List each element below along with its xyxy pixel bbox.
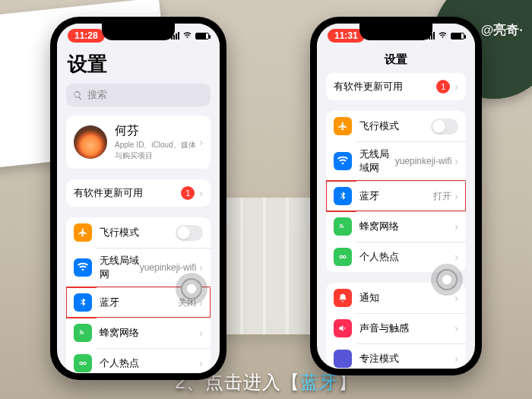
search-input[interactable]: 搜索: [66, 84, 211, 106]
chevron-right-icon: ›: [199, 187, 203, 199]
bluetooth-icon: [74, 293, 92, 312]
update-group: 有软件更新可用 1 ›: [66, 179, 211, 207]
status-icons: [426, 32, 464, 40]
chevron-right-icon: ›: [199, 261, 203, 274]
cellular-icon: [334, 217, 352, 236]
wifi-icon: [74, 258, 92, 277]
bluetooth-row[interactable]: 蓝牙 打开 ›: [326, 181, 466, 211]
chevron-right-icon: ›: [454, 353, 458, 365]
search-icon: [73, 90, 83, 100]
avatar: [74, 125, 107, 159]
chevron-right-icon: ›: [454, 292, 458, 304]
apple-id-row[interactable]: 何芬 Apple ID、iCloud、媒体与购买项目 ›: [66, 116, 211, 169]
battery-icon: [195, 33, 209, 40]
focus-row[interactable]: 专注模式 ›: [326, 344, 466, 369]
battery-icon: [451, 33, 464, 40]
airplane-mode-row[interactable]: 飞行模式: [66, 217, 211, 248]
chevron-right-icon: ›: [454, 155, 458, 167]
phone-right: 11:31 设置 有软件更新可用 1 › 飞行模式: [310, 17, 482, 375]
cellular-icon: [74, 324, 92, 342]
chevron-right-icon: ›: [454, 251, 458, 263]
notch: [102, 24, 175, 40]
profile-sub: Apple ID、iCloud、媒体与购买项目: [115, 140, 199, 161]
bell-icon: [334, 289, 352, 307]
speaker-icon: [334, 319, 352, 337]
status-time-recording[interactable]: 11:28: [68, 29, 105, 43]
airplane-icon: [334, 117, 352, 135]
wifi-icon: [438, 32, 448, 40]
page-title: 设置: [317, 48, 475, 73]
search-placeholder: 搜索: [87, 88, 107, 102]
svg-point-0: [80, 362, 83, 365]
update-badge: 1: [436, 80, 450, 93]
svg-point-2: [340, 255, 343, 258]
notch: [359, 24, 432, 40]
hotspot-icon: [334, 248, 352, 266]
chevron-right-icon: ›: [199, 357, 203, 369]
svg-point-3: [344, 255, 347, 258]
status-icons: [171, 32, 209, 40]
chevron-right-icon: ›: [199, 136, 203, 148]
assistive-touch-button[interactable]: [431, 264, 463, 296]
hotspot-row[interactable]: 个人热点 ›: [66, 348, 211, 373]
chevron-right-icon: ›: [199, 327, 203, 339]
software-update-row[interactable]: 有软件更新可用 1 ›: [66, 179, 211, 207]
chevron-right-icon: ›: [454, 220, 458, 233]
svg-point-1: [84, 362, 87, 365]
assistive-touch-button[interactable]: [176, 273, 207, 305]
airplane-toggle[interactable]: [176, 225, 203, 241]
cellular-row[interactable]: 蜂窝网络 ›: [326, 211, 466, 242]
chevron-right-icon: ›: [454, 322, 458, 334]
wifi-icon: [334, 152, 352, 170]
chevron-right-icon: ›: [454, 81, 458, 93]
hotspot-icon: [74, 354, 92, 372]
connectivity-group: 飞行模式 无线局域网 yuepinkeji-wifi › 蓝牙 打开 ›: [326, 111, 466, 272]
cellular-row[interactable]: 蜂窝网络 ›: [66, 318, 211, 348]
watermark: @亮奇·: [481, 21, 523, 39]
phone-left: 11:28 设置 搜索 何芬 Apple ID、iCloud、媒体与购买项目: [50, 17, 226, 380]
update-badge: 1: [181, 186, 195, 200]
bluetooth-icon: [334, 187, 352, 205]
airplane-mode-row[interactable]: 飞行模式: [326, 111, 466, 141]
moon-icon: [334, 350, 352, 368]
profile-name: 何芬: [115, 123, 199, 139]
wifi-row[interactable]: 无线局域网 yuepinkeji-wifi ›: [326, 141, 466, 181]
page-title: 设置: [57, 48, 220, 84]
profile-group: 何芬 Apple ID、iCloud、媒体与购买项目 ›: [66, 116, 211, 169]
wifi-icon: [182, 32, 192, 40]
software-update-row[interactable]: 有软件更新可用 1 ›: [326, 73, 466, 100]
sounds-row[interactable]: 声音与触感 ›: [326, 313, 466, 344]
update-group: 有软件更新可用 1 ›: [326, 73, 466, 100]
airplane-toggle[interactable]: [431, 119, 458, 135]
airplane-icon: [74, 223, 92, 242]
chevron-right-icon: ›: [454, 190, 458, 202]
